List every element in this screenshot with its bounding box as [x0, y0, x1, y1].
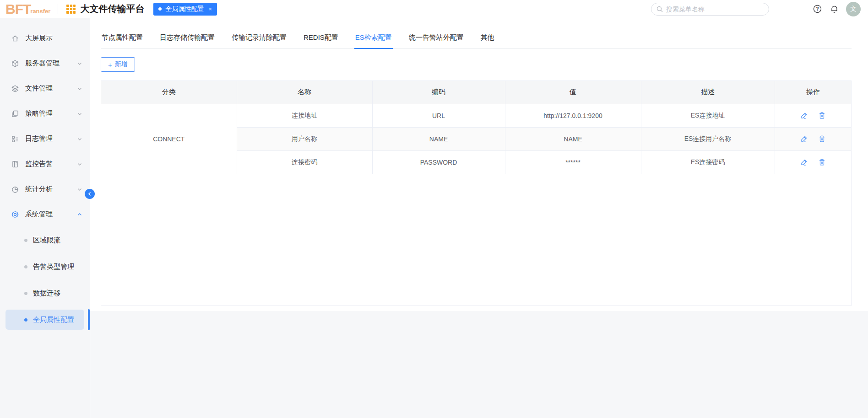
- description-cell: ES连接地址: [641, 104, 775, 127]
- column-header-code: 编码: [372, 81, 505, 104]
- sidebar-subitem-data-migration[interactable]: 数据迁移: [0, 280, 90, 306]
- gear-icon: [11, 210, 19, 219]
- chevron-down-icon: [77, 61, 82, 66]
- description-cell: ES连接密码: [641, 150, 775, 174]
- sidebar-subitem-label: 数据迁移: [33, 289, 60, 298]
- tab-transfer-record-cleanup[interactable]: 传输记录清除配置: [231, 29, 288, 48]
- name-cell: 连接密码: [237, 150, 372, 174]
- sidebar-item-dashboard[interactable]: 大屏展示: [0, 26, 90, 51]
- app-grid-icon[interactable]: [66, 5, 76, 14]
- pie-chart-icon: [11, 185, 19, 193]
- sidebar-item-label: 大屏展示: [25, 34, 82, 43]
- chevron-up-icon: [77, 212, 82, 217]
- policy-stack-icon: [11, 110, 19, 118]
- column-header-value: 值: [505, 81, 641, 104]
- operations-cell: [775, 127, 851, 150]
- code-cell: NAME: [372, 127, 505, 150]
- config-table: 分类 名称 编码 值 描述 操作 CONNECT 连接地址 URL: [101, 80, 852, 306]
- sidebar-item-monitoring[interactable]: 监控告警: [0, 151, 90, 177]
- server-cube-icon: [11, 59, 19, 68]
- sidebar-item-files[interactable]: 文件管理: [0, 76, 90, 101]
- operations-cell: [775, 104, 851, 127]
- sidebar-collapse-button[interactable]: [85, 189, 95, 199]
- content-panel: 节点属性配置 日志存储传输配置 传输记录清除配置 REDIS配置 ES检索配置 …: [90, 18, 868, 311]
- value-cell: ******: [505, 150, 641, 174]
- layers-icon: [11, 85, 19, 93]
- delete-trash-icon[interactable]: [818, 135, 826, 143]
- monitor-cabinet-icon: [11, 160, 19, 168]
- sidebar-item-system[interactable]: 系统管理: [0, 202, 90, 227]
- sidebar-subitem-rate-limit[interactable]: 区域限流: [0, 227, 90, 253]
- app-logo[interactable]: BFT ransfer: [5, 3, 50, 15]
- sidebar-subitem-label: 区域限流: [33, 236, 60, 245]
- code-cell: PASSWORD: [372, 150, 505, 174]
- sidebar-item-label: 文件管理: [25, 84, 77, 93]
- sidebar-item-policies[interactable]: 策略管理: [0, 101, 90, 126]
- config-tabs: 节点属性配置 日志存储传输配置 传输记录清除配置 REDIS配置 ES检索配置 …: [101, 18, 852, 49]
- logo-text-main: BFT: [5, 3, 31, 15]
- table-row: CONNECT 连接地址 URL http://127.0.0.1:9200 E…: [101, 104, 851, 127]
- search-input[interactable]: [651, 3, 769, 16]
- header-divider: [58, 4, 58, 14]
- chevron-down-icon: [77, 86, 82, 91]
- bullet-dot-icon: [24, 265, 27, 268]
- page-tab-label: 全局属性配置: [165, 5, 204, 13]
- top-header: BFT ransfer 大文件传输平台 全局属性配置 × ? 文: [0, 0, 868, 18]
- code-cell: URL: [372, 104, 505, 127]
- add-button-label: 新增: [115, 60, 128, 69]
- app-title: 大文件传输平台: [80, 3, 144, 15]
- chevron-down-icon: [77, 111, 82, 117]
- sidebar-item-label: 监控告警: [25, 160, 77, 168]
- sidebar-item-statistics[interactable]: 统计分析: [0, 177, 90, 202]
- edit-pencil-icon[interactable]: [800, 112, 808, 119]
- bullet-dot-icon: [24, 318, 27, 322]
- delete-trash-icon[interactable]: [818, 158, 826, 166]
- value-cell: http://127.0.0.1:9200: [505, 104, 641, 127]
- help-icon[interactable]: ?: [813, 5, 822, 13]
- avatar-initial: 文: [850, 5, 857, 13]
- close-icon[interactable]: ×: [208, 5, 212, 12]
- sidebar-subitem-label: 全局属性配置: [33, 316, 74, 324]
- edit-pencil-icon[interactable]: [800, 158, 808, 166]
- bullet-dot-icon: [24, 292, 27, 295]
- notification-bell-icon[interactable]: [830, 5, 839, 13]
- name-cell: 用户名称: [237, 127, 372, 150]
- table-header-row: 分类 名称 编码 值 描述 操作: [101, 81, 851, 104]
- tab-other[interactable]: 其他: [480, 29, 495, 48]
- category-cell: CONNECT: [101, 104, 237, 174]
- sidebar-subitem-alert-types[interactable]: 告警类型管理: [0, 253, 90, 280]
- home-icon: [11, 34, 19, 43]
- open-page-tab[interactable]: 全局属性配置 ×: [153, 3, 217, 16]
- tab-log-storage[interactable]: 日志存储传输配置: [159, 29, 216, 48]
- svg-text:?: ?: [816, 6, 819, 11]
- delete-trash-icon[interactable]: [818, 112, 826, 119]
- user-avatar[interactable]: 文: [846, 2, 861, 16]
- add-button[interactable]: + 新增: [101, 57, 135, 72]
- menu-search: [651, 3, 769, 16]
- sidebar-item-label: 系统管理: [25, 210, 77, 219]
- main-content: 节点属性配置 日志存储传输配置 传输记录清除配置 REDIS配置 ES检索配置 …: [90, 18, 868, 418]
- active-dot-icon: [158, 7, 162, 11]
- search-icon: [656, 5, 663, 15]
- logo-text-sub: ransfer: [30, 8, 50, 15]
- column-header-description: 描述: [641, 81, 775, 104]
- column-header-category: 分类: [101, 81, 237, 104]
- tab-es-search-config[interactable]: ES检索配置: [354, 29, 393, 49]
- edit-pencil-icon[interactable]: [800, 135, 808, 143]
- name-cell: 连接地址: [237, 104, 372, 127]
- sidebar-item-label: 策略管理: [25, 109, 77, 118]
- log-list-icon: [11, 135, 19, 143]
- operations-cell: [775, 150, 851, 174]
- sidebar-subitem-global-properties[interactable]: 全局属性配置: [5, 310, 84, 330]
- bullet-dot-icon: [24, 239, 27, 242]
- chevron-down-icon: [77, 136, 82, 142]
- sidebar-item-label: 日志管理: [25, 134, 77, 143]
- tab-node-properties[interactable]: 节点属性配置: [101, 29, 144, 48]
- sidebar-item-logs[interactable]: 日志管理: [0, 126, 90, 151]
- sidebar-item-label: 统计分析: [25, 185, 77, 193]
- sidebar-item-servers[interactable]: 服务器管理: [0, 51, 90, 76]
- description-cell: ES连接用户名称: [641, 127, 775, 150]
- plus-icon: +: [108, 61, 112, 69]
- tab-unified-alert[interactable]: 统一告警站外配置: [408, 29, 465, 48]
- tab-redis-config[interactable]: REDIS配置: [303, 29, 339, 48]
